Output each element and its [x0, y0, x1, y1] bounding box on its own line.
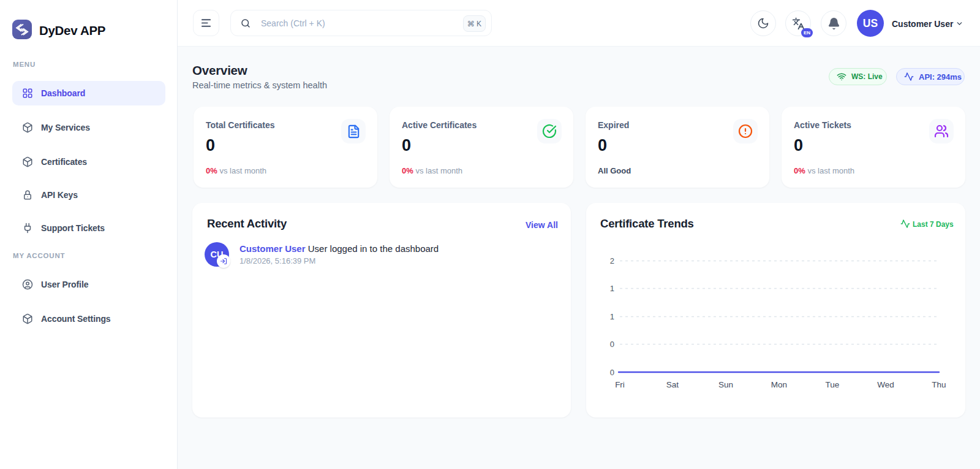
svg-text:Wed: Wed — [877, 380, 894, 389]
svg-text:Tue: Tue — [826, 380, 840, 389]
svg-text:2: 2 — [610, 256, 614, 265]
svg-text:1: 1 — [610, 312, 614, 321]
svg-text:Sun: Sun — [718, 380, 733, 389]
svg-text:Fri: Fri — [615, 380, 625, 389]
svg-text:1: 1 — [610, 284, 614, 293]
svg-text:Mon: Mon — [771, 380, 787, 389]
svg-text:0: 0 — [610, 368, 614, 377]
svg-text:0: 0 — [610, 340, 614, 349]
svg-text:Sat: Sat — [666, 380, 679, 389]
svg-text:Thu: Thu — [932, 380, 946, 389]
